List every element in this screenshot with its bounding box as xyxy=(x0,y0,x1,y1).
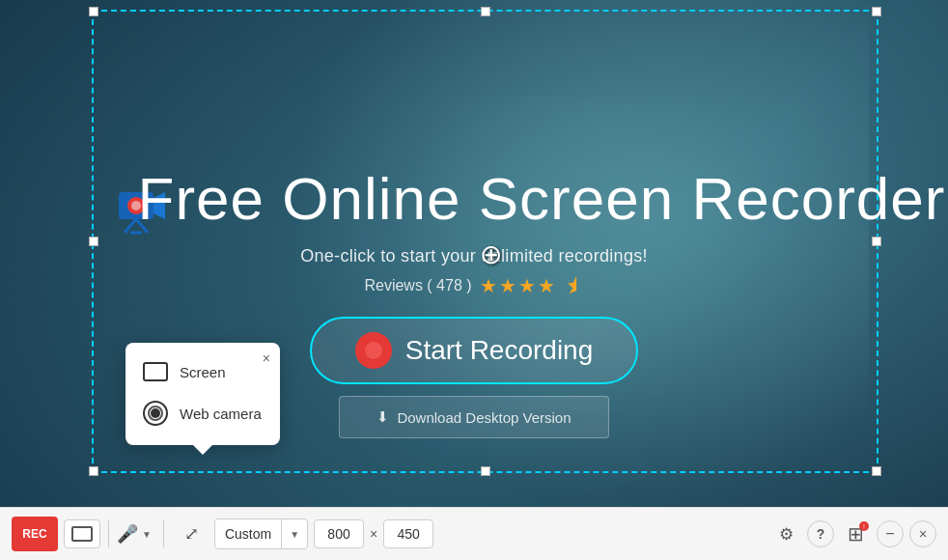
minimize-button[interactable]: − xyxy=(877,520,904,547)
resolution-preset-dropdown[interactable]: Custom ▼ xyxy=(214,518,308,549)
close-icon: × xyxy=(919,526,927,542)
apps-button[interactable]: ⊞ ! xyxy=(840,519,871,548)
rec-label: REC xyxy=(22,527,46,541)
reviews-row: Reviews ( 478 ) ★★★★ ⯨ xyxy=(0,274,948,297)
rec-dot-inner xyxy=(365,342,382,359)
handle-bottom-left[interactable] xyxy=(89,466,98,476)
star-rating: ★★★★ xyxy=(480,274,557,297)
reviews-count: Reviews ( 478 ) xyxy=(364,277,471,294)
handle-top-left[interactable] xyxy=(89,7,98,16)
minus-icon: − xyxy=(885,525,894,543)
screen-icon xyxy=(143,362,168,381)
handle-top-center[interactable] xyxy=(481,7,490,16)
question-icon: ? xyxy=(817,526,825,542)
fullscreen-icon: ⤢ xyxy=(184,523,199,545)
screen-toggle-button[interactable] xyxy=(64,519,100,548)
half-star: ⯨ xyxy=(565,275,584,297)
popup-close-button[interactable]: × xyxy=(263,350,270,366)
rec-indicator xyxy=(355,332,392,369)
handle-top-right[interactable] xyxy=(872,7,881,16)
download-icon: ⬇ xyxy=(376,408,389,426)
download-label: Download Desktop Version xyxy=(397,409,571,426)
mic-icon: 🎤 xyxy=(117,523,138,545)
page-title: Free Online Screen Recorder xyxy=(135,164,948,233)
rec-button[interactable]: REC xyxy=(12,517,58,551)
handle-bottom-center[interactable] xyxy=(481,466,490,476)
screen-tb-icon xyxy=(71,526,93,542)
toolbar-divider-2 xyxy=(163,520,164,547)
screen-label: Screen xyxy=(180,364,226,380)
toolbar-divider-1 xyxy=(108,520,109,547)
width-input[interactable] xyxy=(314,519,364,548)
webcam-icon xyxy=(143,401,168,426)
gear-icon: ⚙ xyxy=(779,524,794,545)
webcam-label: Web camera xyxy=(180,406,262,422)
height-input[interactable] xyxy=(383,519,433,548)
screen-option[interactable]: Screen xyxy=(125,352,280,391)
fullscreen-button[interactable]: ⤢ xyxy=(176,519,209,548)
size-separator: × xyxy=(370,526,377,542)
bottom-toolbar: REC 🎤 ▼ ⤢ Custom ▼ × ⚙ ? ⊞ ! − xyxy=(0,507,948,560)
microphone-button[interactable]: 🎤 ▼ xyxy=(117,523,152,545)
handle-bottom-right[interactable] xyxy=(872,466,881,476)
webcam-ring xyxy=(148,406,163,421)
start-recording-label: Start Recording xyxy=(405,335,594,366)
custom-label: Custom xyxy=(215,519,281,548)
start-recording-button[interactable]: Start Recording xyxy=(310,317,638,384)
webcam-option[interactable]: Web camera xyxy=(125,391,280,435)
download-desktop-button[interactable]: ⬇ Download Desktop Version xyxy=(339,396,609,438)
source-select-popup: × Screen Web camera xyxy=(125,343,280,445)
custom-dropdown-arrow[interactable]: ▼ xyxy=(281,519,307,548)
settings-button[interactable]: ⚙ xyxy=(770,519,801,548)
move-cursor-icon: ⊕ xyxy=(473,237,508,271)
notification-badge: ! xyxy=(859,521,869,531)
mic-caret: ▼ xyxy=(142,529,152,540)
close-button[interactable]: × xyxy=(909,520,936,547)
help-button[interactable]: ? xyxy=(807,520,834,547)
